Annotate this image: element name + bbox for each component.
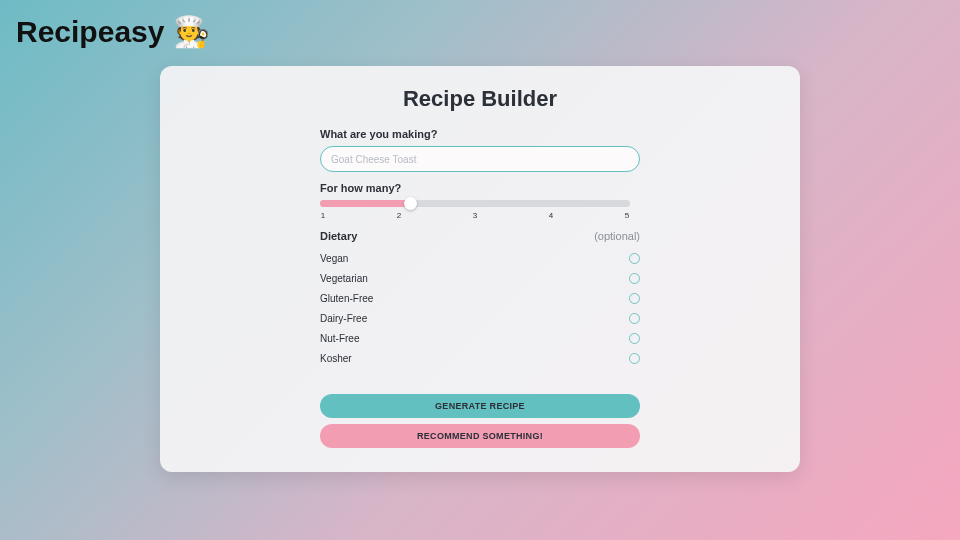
app-title: Recipeasy 🧑‍🍳 bbox=[16, 14, 210, 49]
slider-thumb[interactable] bbox=[404, 197, 417, 210]
dietary-row: Nut-Free bbox=[320, 328, 640, 348]
slider-ticks: 1 2 3 4 5 bbox=[320, 211, 630, 220]
dietary-radio-vegan[interactable] bbox=[629, 253, 640, 264]
slider-fill bbox=[320, 200, 410, 207]
dietary-radio-vegetarian[interactable] bbox=[629, 273, 640, 284]
form: What are you making? For how many? 1 2 3… bbox=[320, 128, 640, 448]
servings-slider[interactable]: 1 2 3 4 5 bbox=[320, 200, 640, 220]
dietary-label-row: Dietary (optional) bbox=[320, 230, 640, 242]
dietary-row: Kosher bbox=[320, 348, 640, 368]
card-title: Recipe Builder bbox=[160, 86, 800, 112]
recommend-button[interactable]: RECOMMEND SOMETHING! bbox=[320, 424, 640, 448]
generate-recipe-button[interactable]: GENERATE RECIPE bbox=[320, 394, 640, 418]
tick: 4 bbox=[548, 211, 554, 220]
dietary-row: Vegetarian bbox=[320, 268, 640, 288]
recipe-builder-card: Recipe Builder What are you making? For … bbox=[160, 66, 800, 472]
dietary-radio-kosher[interactable] bbox=[629, 353, 640, 364]
dietary-label: Dietary bbox=[320, 230, 357, 242]
dietary-option-label: Vegetarian bbox=[320, 273, 368, 284]
dietary-radio-nut-free[interactable] bbox=[629, 333, 640, 344]
slider-track bbox=[320, 200, 630, 207]
making-label: What are you making? bbox=[320, 128, 640, 140]
dietary-option-label: Dairy-Free bbox=[320, 313, 367, 324]
servings-label: For how many? bbox=[320, 182, 640, 194]
dietary-radio-dairy-free[interactable] bbox=[629, 313, 640, 324]
dietary-option-label: Vegan bbox=[320, 253, 348, 264]
tick: 3 bbox=[472, 211, 478, 220]
dietary-optional: (optional) bbox=[594, 230, 640, 242]
dietary-radio-gluten-free[interactable] bbox=[629, 293, 640, 304]
dietary-row: Gluten-Free bbox=[320, 288, 640, 308]
dietary-row: Vegan bbox=[320, 248, 640, 268]
dietary-option-label: Kosher bbox=[320, 353, 352, 364]
dietary-option-label: Gluten-Free bbox=[320, 293, 373, 304]
dietary-option-label: Nut-Free bbox=[320, 333, 359, 344]
making-input[interactable] bbox=[320, 146, 640, 172]
dietary-row: Dairy-Free bbox=[320, 308, 640, 328]
tick: 1 bbox=[320, 211, 326, 220]
tick: 5 bbox=[624, 211, 630, 220]
dietary-list: Vegan Vegetarian Gluten-Free Dairy-Free … bbox=[320, 248, 640, 368]
tick: 2 bbox=[396, 211, 402, 220]
